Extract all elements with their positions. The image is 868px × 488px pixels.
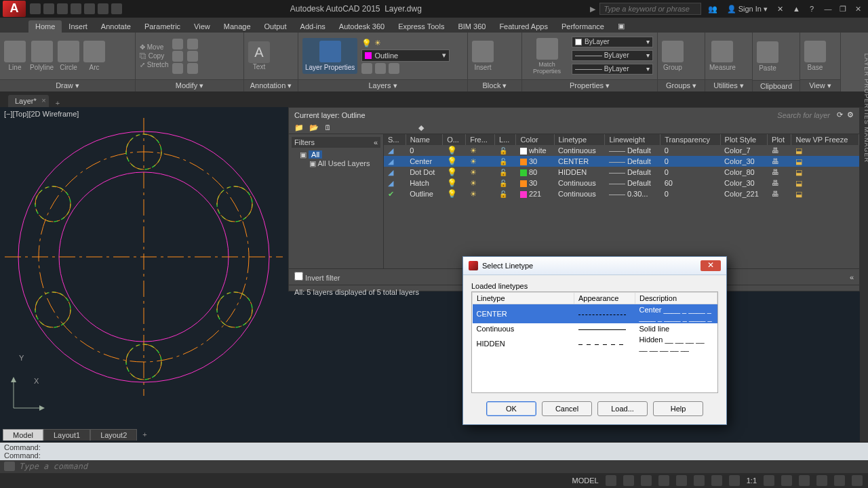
qat-open-icon[interactable]	[43, 3, 54, 14]
qat-new-icon[interactable]	[30, 3, 41, 14]
linetype-column-header[interactable]: Linetype	[473, 293, 574, 304]
tab-performance[interactable]: Performance	[555, 20, 611, 33]
tab-view[interactable]: View	[187, 20, 217, 33]
layer-dropdown[interactable]: Outline▾	[361, 49, 450, 62]
otrack-icon[interactable]	[694, 475, 705, 486]
group-button[interactable]: Group	[662, 41, 684, 71]
layer-column-header[interactable]: Color	[516, 134, 554, 145]
osnap-icon[interactable]	[676, 475, 687, 486]
layer-column-header[interactable]: L...	[495, 134, 516, 145]
qat-saveas-icon[interactable]	[71, 3, 81, 14]
tab-output[interactable]: Output	[258, 20, 294, 33]
scale-icon[interactable]	[172, 63, 183, 74]
rotate-icon[interactable]	[172, 39, 183, 49]
snap-icon[interactable]	[623, 475, 634, 486]
ortho-icon[interactable]	[641, 475, 652, 486]
layer-state-icon[interactable]: ◆	[418, 123, 424, 132]
linetype-column-header[interactable]: Appearance	[574, 293, 635, 304]
text-button[interactable]: AText	[248, 41, 270, 70]
status-model[interactable]: MODEL	[572, 476, 599, 485]
layer-column-header[interactable]: Transparency	[660, 134, 720, 145]
tab-manage[interactable]: Manage	[217, 20, 258, 33]
lweight-icon[interactable]	[711, 475, 722, 486]
linetype-row[interactable]: HIDDENHidden __ __ __ __ __ __ __ __ __	[473, 334, 717, 353]
layer-column-header[interactable]: Name	[406, 134, 443, 145]
layer-column-header[interactable]: Plot	[768, 134, 791, 145]
layout1-tab[interactable]: Layout1	[43, 429, 90, 441]
layer-on-icon[interactable]: 💡	[361, 39, 372, 48]
document-tab[interactable]: Layer*×	[8, 95, 49, 107]
qat-undo-icon[interactable]	[98, 3, 108, 14]
layer-column-header[interactable]: S...	[384, 134, 406, 145]
polar-icon[interactable]	[658, 475, 669, 486]
panel-annotation-title[interactable]: Annotation ▾	[244, 79, 298, 92]
window-controls[interactable]: —❐✕	[821, 5, 865, 14]
stay-connected-icon[interactable]: ▲	[790, 5, 803, 13]
layer-search-input[interactable]: Search for layer	[777, 111, 830, 119]
panel-modify-title[interactable]: Modify ▾	[136, 79, 243, 92]
fillet-icon[interactable]	[187, 51, 198, 62]
circle-button[interactable]: Circle	[58, 41, 79, 71]
isolate-icon[interactable]	[816, 475, 827, 486]
tab-annotate[interactable]: Annotate	[94, 20, 138, 33]
tab-home[interactable]: Home	[28, 20, 62, 33]
cleanscreen-icon[interactable]	[834, 475, 845, 486]
customize-icon[interactable]	[852, 475, 863, 486]
anno-scale[interactable]: 1:1	[747, 476, 757, 485]
panel-layers-title[interactable]: Layers ▾	[298, 79, 467, 92]
layer-tool2-icon[interactable]	[375, 63, 386, 74]
layer-column-header[interactable]: Fre...	[466, 134, 495, 145]
help-icon[interactable]: ?	[807, 5, 816, 13]
color-dropdown[interactable]: ByLayer▾	[572, 37, 653, 47]
command-input[interactable]	[19, 462, 864, 471]
qat-redo-icon[interactable]	[111, 3, 122, 14]
invert-filter-checkbox[interactable]: Invert filter	[294, 272, 340, 282]
new-layer-icon[interactable]: 📁	[294, 123, 304, 132]
lineweight-dropdown[interactable]: ———— ByLayer▾	[572, 64, 653, 75]
tab-a360[interactable]: Autodesk 360	[332, 20, 391, 33]
trim-icon[interactable]	[187, 39, 198, 49]
mirror-icon[interactable]	[172, 51, 183, 62]
new-tab-button[interactable]: +	[52, 99, 64, 107]
load-button[interactable]: Load...	[597, 401, 648, 416]
layer-row[interactable]: ◢Center💡☀🔓30CENTERDefault0Color_30🖶⬓	[384, 156, 859, 167]
layer-column-header[interactable]: New VP Freeze	[791, 134, 859, 145]
tab-express[interactable]: Express Tools	[391, 20, 451, 33]
infocenter-icon[interactable]: 👥	[705, 5, 720, 14]
tab-bim360[interactable]: BIM 360	[451, 20, 492, 33]
app-logo[interactable]: A	[3, 1, 26, 17]
tab-addins[interactable]: Add-ins	[294, 20, 332, 33]
match-properties-button[interactable]: Match Properties	[526, 38, 568, 75]
anno-monitor-icon[interactable]	[781, 475, 792, 486]
filter-used[interactable]: ▣ All Used Layers	[300, 159, 380, 168]
linetype-row[interactable]: CENTERCenter ____ _ ____ _ ____ _ ____ _…	[473, 304, 717, 324]
filter-all[interactable]: ▣ All	[300, 150, 380, 159]
layout2-tab[interactable]: Layout2	[90, 429, 137, 441]
hardware-accel-icon[interactable]	[799, 475, 810, 486]
layer-column-header[interactable]: Lineweight	[605, 134, 660, 145]
transparency-icon[interactable]	[729, 475, 740, 486]
sign-in-button[interactable]: 👤 Sign In ▾	[724, 5, 770, 14]
tab-insert[interactable]: Insert	[62, 20, 94, 33]
linetype-list[interactable]: LinetypeAppearanceDescriptionCENTERCente…	[471, 291, 718, 393]
tab-featured[interactable]: Featured Apps	[492, 20, 555, 33]
base-button[interactable]: Base	[804, 41, 826, 71]
keyword-search-input[interactable]	[599, 3, 701, 15]
layer-properties-button[interactable]: Layer Properties	[302, 38, 357, 74]
help-button[interactable]: Help	[653, 401, 703, 416]
exchange-icon[interactable]: ✕	[774, 5, 786, 14]
layer-freeze-icon[interactable]: ☀	[374, 39, 381, 48]
grid-icon[interactable]	[606, 475, 616, 486]
tab-parametric[interactable]: Parametric	[138, 20, 187, 33]
layer-row[interactable]: ✔Outline💡☀🔓221Continuous0.30...0Color_22…	[384, 188, 859, 199]
linetype-dropdown[interactable]: ———— ByLayer▾	[572, 50, 653, 61]
panel-view-title[interactable]: View ▾	[800, 79, 840, 92]
refresh-icon[interactable]: ⟳	[837, 110, 843, 119]
settings-icon[interactable]: ⚙	[847, 110, 854, 119]
layer-tool3-icon[interactable]	[389, 63, 399, 74]
panel-draw-title[interactable]: Draw ▾	[0, 79, 135, 92]
add-layout-button[interactable]: +	[137, 429, 152, 441]
panel-groups-title[interactable]: Groups ▾	[658, 79, 705, 92]
collapse-footer-icon[interactable]: «	[850, 273, 854, 281]
linetype-row[interactable]: ContinuousSolid line	[473, 323, 717, 334]
